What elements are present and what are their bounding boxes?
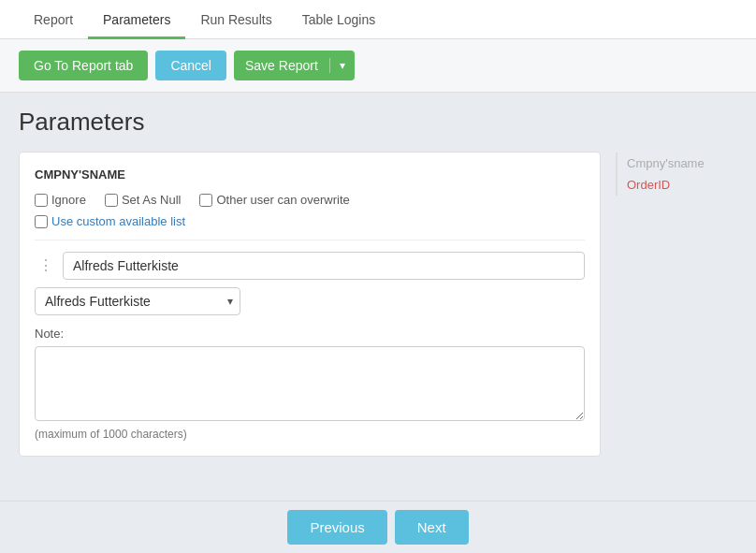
bottom-nav: Previous Next [0,501,756,553]
tab-parameters[interactable]: Parameters [88,3,185,39]
cancel-button[interactable]: Cancel [155,51,226,80]
save-report-label: Save Report [234,58,330,73]
go-to-report-button[interactable]: Go To Report tab [19,51,148,80]
sidebar-nav-item-orderid[interactable]: OrderID [627,174,737,196]
right-sidebar: Cmpny'sname OrderID [616,108,737,539]
note-hint: (maximum of 1000 characters) [35,428,585,441]
save-report-button[interactable]: Save Report ▾ [234,51,355,80]
use-custom-list-checkbox-label[interactable]: Use custom available list [35,214,185,228]
previous-button[interactable]: Previous [287,510,386,545]
parameter-text-input[interactable] [63,252,585,280]
drag-handle-icon[interactable]: ⋮ [35,256,57,275]
input-row: ⋮ [35,252,585,280]
tab-run-results[interactable]: Run Results [185,3,286,39]
set-as-null-checkbox-label[interactable]: Set As Null [105,193,182,207]
tab-table-logins[interactable]: Table Logins [287,3,391,39]
other-user-overwrite-checkbox[interactable] [199,194,212,207]
main-content: Parameters CMPNY'SNAME Ignore Set As Nul… [0,93,756,553]
parameter-card: CMPNY'SNAME Ignore Set As Null Other use… [19,152,601,457]
page-title: Parameters [19,108,601,137]
set-as-null-label: Set As Null [122,193,182,207]
sidebar-nav-item-cmpny[interactable]: Cmpny'sname [627,153,737,174]
next-button[interactable]: Next [395,510,469,545]
note-label: Note: [35,327,585,341]
save-report-caret-icon[interactable]: ▾ [330,59,355,72]
tab-report[interactable]: Report [19,3,88,39]
options-row-2: Use custom available list [35,214,585,228]
other-user-overwrite-label: Other user can overwrite [216,193,349,207]
ignore-checkbox[interactable] [35,194,48,207]
use-custom-list-link[interactable]: Use custom available list [51,214,185,228]
sidebar-nav: Cmpny'sname OrderID [616,153,737,196]
left-panel: Parameters CMPNY'SNAME Ignore Set As Nul… [19,108,601,539]
divider [35,240,585,240]
ignore-label: Ignore [51,193,86,207]
set-as-null-checkbox[interactable] [105,194,118,207]
note-textarea[interactable] [35,346,585,421]
toolbar: Go To Report tab Cancel Save Report ▾ [0,39,756,93]
parameter-dropdown[interactable]: Alfreds Futterkiste [35,287,240,315]
options-row-1: Ignore Set As Null Other user can overwr… [35,193,585,207]
use-custom-list-checkbox[interactable] [35,215,48,228]
ignore-checkbox-label[interactable]: Ignore [35,193,86,207]
parameter-name: CMPNY'SNAME [35,167,585,182]
select-row: Alfreds Futterkiste [35,287,585,315]
select-wrapper: Alfreds Futterkiste [35,287,240,315]
tab-bar: Report Parameters Run Results Table Logi… [0,0,756,39]
other-user-overwrite-checkbox-label[interactable]: Other user can overwrite [199,193,349,207]
